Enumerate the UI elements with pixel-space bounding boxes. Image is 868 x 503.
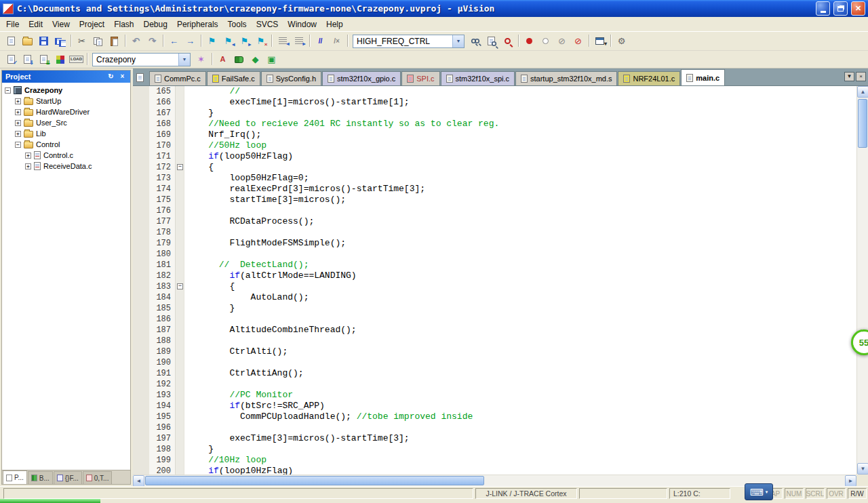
collapse-icon[interactable]: − [5, 87, 11, 94]
breakpoint-margin[interactable] [133, 292, 149, 303]
breakpoint-margin[interactable] [133, 390, 149, 401]
tree-item-control-c[interactable]: +Control.c [2, 150, 130, 161]
clear-bookmarks-button[interactable]: ⚑× [253, 34, 269, 49]
breakpoint-margin[interactable] [133, 238, 149, 249]
indent-button[interactable]: ▸ [291, 34, 307, 49]
panel-tab-books[interactable]: B... [28, 471, 53, 484]
close-button[interactable]: ✕ [851, 1, 865, 16]
breakpoint-margin[interactable] [133, 86, 149, 97]
pack-installer-button[interactable]: ▣ [264, 52, 279, 67]
menu-edit[interactable]: Edit [24, 18, 47, 31]
toggle-bookmark-button[interactable]: ⚑ [204, 34, 220, 49]
uncomment-selection-button[interactable]: /× [329, 34, 344, 49]
close-file-button[interactable]: × [856, 72, 866, 81]
expand-icon[interactable]: + [15, 109, 21, 115]
expand-icon[interactable]: + [25, 163, 31, 169]
breakpoint-margin[interactable] [133, 411, 149, 422]
breakpoint-margin[interactable] [133, 119, 149, 129]
find-button[interactable] [484, 34, 499, 49]
next-bookmark-button[interactable]: ⚑▸ [237, 34, 252, 49]
scroll-up-icon[interactable]: ▲ [857, 86, 868, 98]
breakpoint-margin[interactable] [133, 314, 149, 325]
tab-spi-c[interactable]: SPI.c [401, 71, 439, 85]
breakpoint-margin[interactable] [133, 184, 149, 195]
breakpoint-margin[interactable] [133, 205, 149, 216]
fold-collapse-icon[interactable]: − [177, 164, 183, 170]
books-button[interactable] [231, 52, 247, 67]
breakpoint-margin[interactable] [133, 281, 149, 292]
tab-startup-stm32f10x-md-s[interactable]: startup_stm32f10x_md.s [515, 71, 617, 85]
breakpoint-margin[interactable] [133, 162, 149, 173]
tab-sysconfig-h[interactable]: SysConfig.h [261, 71, 321, 85]
menu-help[interactable]: Help [321, 18, 348, 31]
breakpoint-margin[interactable] [133, 97, 149, 108]
menu-flash[interactable]: Flash [109, 18, 138, 31]
breakpoint-margin[interactable] [133, 401, 149, 411]
breakpoint-margin[interactable] [133, 466, 149, 475]
breakpoint-margin[interactable] [133, 260, 149, 270]
menu-svcs[interactable]: SVCS [252, 18, 283, 31]
rebuild-button[interactable]: ⇊ [36, 52, 52, 67]
previous-bookmark-button[interactable]: ⚑◂ [220, 34, 236, 49]
target-select-combo[interactable]: Crazepony▼ [92, 53, 191, 66]
panel-tab-templates[interactable]: 0,T... [83, 471, 113, 484]
panel-close-icon[interactable]: × [118, 73, 127, 81]
breakpoint-margin[interactable] [133, 270, 149, 281]
fold-collapse-icon[interactable]: − [177, 283, 183, 289]
tab-nrf24l01-c[interactable]: NRF24L01.c [618, 71, 680, 85]
breakpoint-margin[interactable] [133, 336, 149, 346]
breakpoint-margin[interactable] [133, 249, 149, 260]
expand-icon[interactable]: + [15, 120, 21, 126]
tree-item-lib[interactable]: +Lib [2, 128, 130, 139]
menu-debug[interactable]: Debug [139, 18, 172, 31]
breakpoint-margin[interactable] [133, 346, 149, 357]
tree-item-control[interactable]: −Control [2, 139, 130, 150]
tab-stm32f10x-spi-c[interactable]: stm32f10x_spi.c [441, 71, 515, 85]
comment-selection-button[interactable]: // [313, 34, 328, 49]
translate-button[interactable]: ✓ [3, 52, 19, 67]
cut-button[interactable]: ✂ [74, 34, 90, 49]
navigate-back-button[interactable]: ← [166, 34, 182, 49]
find-combo[interactable]: HIGH_FREQ_CTRL▼ [353, 35, 465, 48]
breakpoint-margin[interactable] [133, 303, 149, 314]
undo-button[interactable]: ↶ [128, 34, 144, 49]
save-all-button[interactable] [52, 34, 68, 49]
menu-window[interactable]: Window [283, 18, 321, 31]
download-button[interactable]: LOAD [68, 52, 84, 67]
breakpoint-margin[interactable] [133, 216, 149, 227]
menu-file[interactable]: File [1, 18, 24, 31]
redo-button[interactable]: ↷ [144, 34, 160, 49]
breakpoint-margin[interactable] [133, 108, 149, 119]
breakpoint-margin[interactable] [133, 368, 149, 379]
breakpoint-margin[interactable] [133, 227, 149, 238]
tab-commpc-c[interactable]: CommPc.c [149, 71, 206, 85]
tab-failsafe-c[interactable]: FailSafe.c [207, 71, 260, 85]
options-for-target-button[interactable]: ✶ [193, 52, 209, 67]
tree-item-receivedata-c[interactable]: +ReceiveData.c [2, 161, 130, 172]
combo-dropdown-icon[interactable]: ▼ [452, 35, 464, 47]
expand-icon[interactable]: + [15, 98, 21, 104]
menu-tools[interactable]: Tools [223, 18, 252, 31]
find-in-files-button[interactable] [467, 34, 483, 49]
menu-project[interactable]: Project [75, 18, 109, 31]
code-editor[interactable]: 165 //166 execTime[1]=micros()-startTime… [133, 86, 856, 475]
paste-button[interactable] [106, 34, 122, 49]
insert-breakpoint-button[interactable] [521, 34, 537, 49]
minimize-button[interactable] [816, 1, 830, 16]
expand-icon[interactable]: + [15, 131, 21, 137]
breakpoint-margin[interactable] [133, 129, 149, 140]
horizontal-scroll-thumb[interactable] [145, 476, 484, 485]
tree-item-hardwaredriver[interactable]: +HardWareDriver [2, 106, 130, 117]
build-button[interactable]: ⇓ [20, 52, 35, 67]
breakpoint-margin[interactable] [133, 455, 149, 466]
navigate-forward-button[interactable]: → [182, 34, 198, 49]
scroll-down-icon[interactable]: ▼ [857, 463, 868, 475]
menu-peripherals[interactable]: Peripherals [172, 18, 223, 31]
tab-list-dropdown-button[interactable]: ▼ [844, 72, 854, 81]
copy-button[interactable] [90, 34, 106, 49]
breakpoint-margin[interactable] [133, 379, 149, 390]
disable-all-breakpoints-button[interactable]: ⊘ [554, 34, 570, 49]
tab-main-c[interactable]: main.c [681, 69, 725, 85]
new-file-button[interactable] [3, 34, 19, 49]
collapse-icon[interactable]: − [15, 142, 21, 148]
